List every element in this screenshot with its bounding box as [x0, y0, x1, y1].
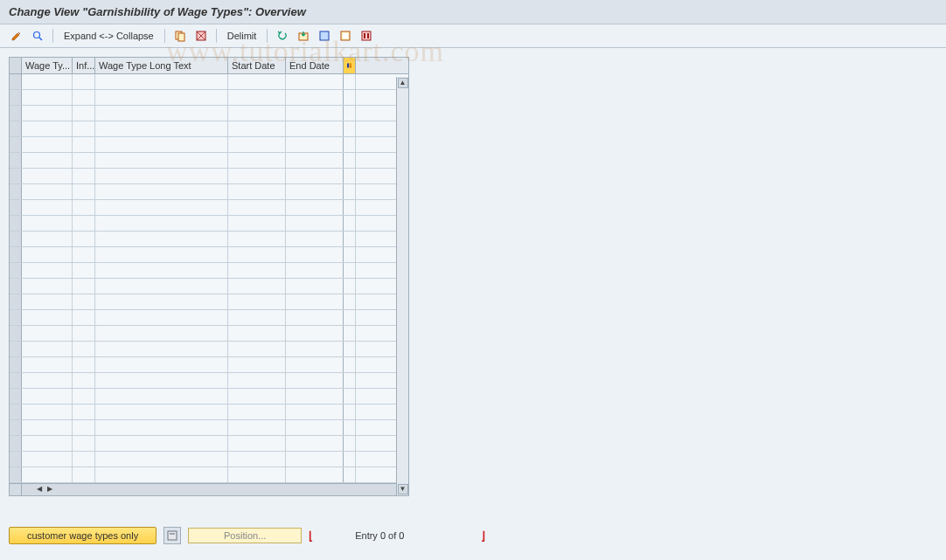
svg-point-0	[34, 32, 40, 38]
position-field[interactable]: Position...	[188, 528, 302, 543]
table-row[interactable]	[10, 90, 408, 106]
svg-rect-5	[320, 31, 329, 40]
entry-counter: Entry 0 of 0	[355, 530, 404, 541]
table-row[interactable]	[10, 389, 408, 404]
svg-rect-2	[178, 33, 184, 41]
table-row[interactable]	[10, 247, 408, 263]
table-header: Wage Ty... Inf... Wage Type Long Text St…	[10, 58, 408, 74]
table-row[interactable]	[10, 263, 408, 279]
table-row[interactable]	[10, 294, 408, 310]
delimit-button[interactable]: Delimit	[224, 29, 261, 43]
table-footer: ◀ ▶	[10, 483, 408, 495]
select-all-icon[interactable]	[193, 28, 209, 44]
customer-wage-types-button[interactable]: customer wage types only	[9, 527, 157, 544]
table-row[interactable]	[10, 420, 408, 436]
change-icon[interactable]	[9, 28, 24, 44]
table-row[interactable]	[10, 467, 408, 483]
content-area: Wage Ty... Inf... Wage Type Long Text St…	[0, 48, 946, 505]
table-row[interactable]	[10, 216, 408, 232]
scroll-left-icon[interactable]: ◀	[34, 484, 45, 494]
expand-collapse-button[interactable]: Expand <-> Collapse	[60, 29, 157, 43]
vertical-scrollbar[interactable]: ▲ ▼	[396, 77, 408, 495]
table-row[interactable]	[10, 121, 408, 137]
data-table: Wage Ty... Inf... Wage Type Long Text St…	[9, 57, 409, 496]
scroll-right-icon[interactable]: ▶	[45, 484, 55, 494]
bottom-bar: customer wage types only Position... ⌊ E…	[9, 527, 937, 544]
separator	[216, 29, 217, 43]
table-body	[10, 74, 408, 483]
svg-rect-15	[170, 533, 175, 535]
svg-rect-10	[367, 33, 369, 38]
table-row[interactable]	[10, 310, 408, 326]
table-row[interactable]	[10, 404, 408, 420]
scroll-down-icon[interactable]: ▼	[398, 484, 408, 494]
toolbar: Expand <-> Collapse Delimit	[0, 24, 946, 48]
svg-rect-14	[168, 531, 177, 540]
select-block-icon[interactable]	[316, 28, 332, 44]
table-row[interactable]	[10, 153, 408, 169]
column-long-text[interactable]: Wage Type Long Text	[95, 58, 228, 73]
undo-icon[interactable]	[275, 28, 290, 44]
column-start-date[interactable]: Start Date	[228, 58, 286, 73]
table-row[interactable]	[10, 184, 408, 200]
find-icon[interactable]	[30, 28, 45, 44]
table-row[interactable]	[10, 232, 408, 247]
config-icon[interactable]	[358, 28, 374, 44]
copy-icon[interactable]	[172, 28, 188, 44]
table-row[interactable]	[10, 342, 408, 357]
table-row[interactable]	[10, 326, 408, 342]
deselect-icon[interactable]	[337, 28, 353, 44]
scroll-up-icon[interactable]: ▲	[398, 78, 408, 88]
table-row[interactable]	[10, 169, 408, 184]
table-row[interactable]	[10, 106, 408, 121]
svg-rect-7	[343, 33, 348, 38]
title-bar: Change View "Garnishibility of Wage Type…	[0, 0, 946, 24]
separator	[164, 29, 165, 43]
svg-rect-11	[347, 64, 349, 68]
page-title: Change View "Garnishibility of Wage Type…	[9, 5, 937, 18]
table-row[interactable]	[10, 452, 408, 467]
table-row[interactable]	[10, 137, 408, 153]
table-row[interactable]	[10, 357, 408, 373]
separator	[267, 29, 268, 43]
column-selector[interactable]	[10, 58, 22, 73]
svg-rect-8	[362, 31, 371, 40]
table-row[interactable]	[10, 436, 408, 452]
table-row[interactable]	[10, 373, 408, 389]
separator	[52, 29, 53, 43]
svg-rect-13	[350, 66, 352, 68]
bracket-right: ⌋	[481, 529, 485, 543]
column-end-date[interactable]: End Date	[286, 58, 344, 73]
svg-rect-12	[350, 64, 352, 66]
position-icon[interactable]	[163, 527, 181, 544]
table-config-icon[interactable]	[344, 58, 356, 73]
column-wage-type[interactable]: Wage Ty...	[22, 58, 73, 73]
column-inf[interactable]: Inf...	[73, 58, 95, 73]
table-row[interactable]	[10, 279, 408, 294]
export-icon[interactable]	[296, 28, 311, 44]
bracket-left: ⌊	[309, 529, 313, 543]
svg-rect-9	[364, 33, 365, 38]
table-row[interactable]	[10, 200, 408, 216]
table-row[interactable]	[10, 74, 408, 90]
